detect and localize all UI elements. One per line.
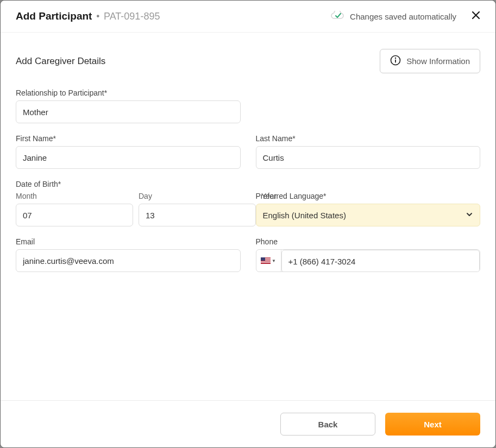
first-name-group: First Name* [16,134,241,169]
section-header: Add Caregiver Details Show Information [16,49,480,73]
caret-down-icon: ▼ [272,258,276,263]
svg-point-1 [395,58,396,59]
dob-month-input[interactable] [16,204,133,226]
dob-month-group: Month [16,192,133,226]
dob-day-label: Day [139,192,256,200]
last-name-group: Last Name* [256,134,481,169]
first-name-label: First Name* [16,134,241,143]
close-icon [472,11,480,22]
dob-month-label: Month [16,192,133,200]
preferred-language-value: English (United States) [263,211,346,220]
svg-rect-2 [395,60,396,63]
participant-id: PAT-091-895 [104,11,160,22]
dob-group: Date of Birth* Month Day Year [16,180,241,226]
preferred-language-select[interactable]: English (United States) [256,204,481,226]
dob-day-input[interactable] [139,204,256,226]
relationship-group: Relationship to Participant* [16,89,241,123]
add-participant-modal: Add Participant • PAT-091-895 Changes sa… [0,0,496,448]
modal-footer: Back Next [1,400,495,447]
modal-header: Add Participant • PAT-091-895 Changes sa… [1,1,495,33]
email-label: Email [16,237,241,246]
save-status-text: Changes saved automatically [350,12,456,21]
last-name-label: Last Name* [256,134,481,143]
title-separator: • [96,11,99,21]
us-flag-icon [261,257,271,264]
email-group: Email [16,237,241,272]
section-title: Add Caregiver Details [16,56,105,67]
preferred-language-label: Preferred Language* [256,192,481,200]
save-status: Changes saved automatically [330,11,456,22]
phone-field: ▼ [256,249,481,272]
phone-country-selector[interactable]: ▼ [256,250,281,272]
phone-label: Phone [256,237,481,246]
phone-input[interactable] [281,250,480,272]
dob-label: Date of Birth* [16,180,241,188]
show-information-label: Show Information [406,56,470,66]
close-button[interactable] [472,11,480,22]
relationship-input[interactable] [16,100,241,123]
relationship-label: Relationship to Participant* [16,89,241,97]
next-button[interactable]: Next [385,413,480,436]
email-input[interactable] [16,249,241,272]
back-button[interactable]: Back [280,413,375,436]
info-icon [390,55,401,67]
first-name-input[interactable] [16,146,241,169]
back-button-label: Back [318,420,338,429]
modal-body: Add Caregiver Details Show Information R… [1,33,495,400]
form-grid: Relationship to Participant* First Name*… [16,89,480,272]
show-information-button[interactable]: Show Information [380,49,480,73]
last-name-input[interactable] [256,146,481,169]
preferred-language-group: Preferred Language* English (United Stat… [256,180,481,226]
phone-group: Phone ▼ [256,237,481,272]
chevron-down-icon [466,211,473,220]
next-button-label: Next [424,420,442,429]
cloud-check-icon [330,11,344,22]
modal-title: Add Participant [16,10,92,22]
dob-day-group: Day [139,192,256,226]
